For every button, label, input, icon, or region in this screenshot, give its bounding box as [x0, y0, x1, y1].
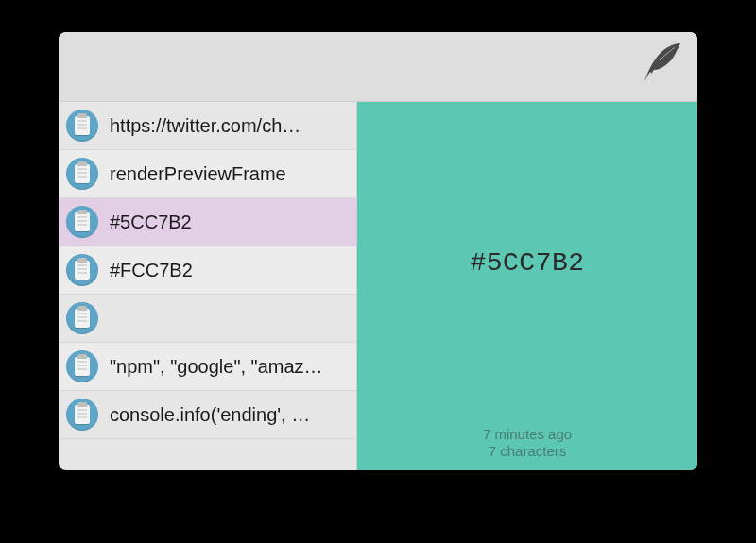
clipboard-icon	[66, 302, 98, 334]
preview-meta-chars: 7 characters	[357, 443, 697, 461]
list-item-label: "npm", "google", "amaz…	[110, 356, 345, 378]
list-item[interactable]: "npm", "google", "amaz…	[59, 343, 356, 391]
list-item-label: https://twitter.com/ch…	[110, 115, 345, 137]
clipboard-icon	[66, 110, 98, 142]
list-item-label: #5CC7B2	[110, 212, 345, 233]
list-item[interactable]: #FCC7B2	[59, 246, 356, 295]
list-item-label: #FCC7B2	[110, 260, 345, 281]
list-item[interactable]: console.info('ending', …	[59, 391, 356, 439]
search-bar	[59, 32, 697, 102]
clipboard-icon	[66, 254, 98, 286]
clipboard-icon	[66, 158, 98, 190]
preview-panel: #5CC7B2 7 minutes ago 7 characters	[357, 102, 697, 470]
list-item[interactable]: renderPreviewFrame	[59, 150, 356, 198]
preview-meta: 7 minutes ago 7 characters	[357, 426, 697, 462]
clipboard-icon	[66, 206, 98, 238]
preview-content: #5CC7B2	[470, 248, 584, 278]
search-input[interactable]	[76, 48, 680, 86]
list-item[interactable]: https://twitter.com/ch…	[59, 102, 356, 150]
list-item[interactable]	[59, 295, 356, 343]
clipboard-icon	[66, 350, 98, 382]
clipboard-list: https://twitter.com/ch… renderPreviewFra…	[59, 102, 357, 470]
list-item-label: renderPreviewFrame	[110, 163, 345, 185]
clipboard-icon	[66, 399, 98, 431]
quill-icon	[639, 40, 684, 85]
content-area: https://twitter.com/ch… renderPreviewFra…	[59, 102, 697, 470]
clipboard-manager-window: https://twitter.com/ch… renderPreviewFra…	[59, 32, 697, 470]
list-item-label: console.info('ending', …	[110, 404, 345, 426]
preview-meta-time: 7 minutes ago	[357, 426, 697, 444]
list-item[interactable]: #5CC7B2	[59, 198, 356, 246]
